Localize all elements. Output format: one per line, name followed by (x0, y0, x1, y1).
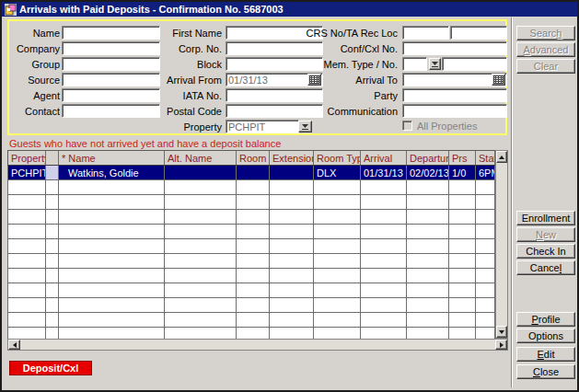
new-button[interactable]: New (516, 227, 575, 242)
arrivals-window: Arrivals with Paid Deposits - Confirmati… (0, 0, 579, 392)
scroll-down-icon (499, 330, 504, 334)
scroll-up-button[interactable] (496, 151, 507, 163)
results-grid: Property * Name Alt. Name Room Extension… (7, 150, 508, 339)
cell-arrival: 01/31/13 (361, 166, 407, 179)
vertical-scrollbar[interactable] (495, 150, 508, 339)
empty-row (7, 195, 495, 210)
mem-type-lov-button[interactable] (429, 58, 441, 70)
all-properties-checkbox[interactable] (402, 121, 412, 131)
col-header-room-type: Room Type (314, 151, 361, 165)
postal-code-label: Postal Code (136, 106, 222, 117)
arrival-from-label: Arrival From (136, 75, 222, 86)
options-button[interactable]: Options (516, 329, 575, 343)
property-label: Property (136, 121, 222, 133)
scroll-left-icon (13, 342, 17, 348)
ta-rec-loc-input[interactable] (450, 26, 507, 40)
edit-button[interactable]: Edit (516, 347, 575, 362)
clear-button[interactable]: Clear (516, 59, 575, 74)
cell-departure: 02/02/13 (407, 166, 449, 179)
empty-row (7, 180, 495, 195)
scroll-right-icon (500, 342, 504, 348)
cancel-button[interactable]: Cancel (516, 260, 575, 275)
empty-row (7, 328, 495, 339)
conf-cxl-no-input[interactable] (402, 41, 507, 55)
communication-input[interactable] (402, 104, 507, 118)
cell-alt-name (165, 166, 237, 179)
empty-row (7, 239, 495, 254)
crs-no-input[interactable] (402, 26, 449, 40)
contact-label: Contact (7, 106, 60, 117)
group-label: Group (7, 59, 60, 70)
table-row-selected[interactable]: PCHPIT Watkins, Goldie DLX 01/31/13 02/0… (7, 166, 495, 180)
block-label: Block (136, 59, 222, 70)
title-bar: Arrivals with Paid Deposits - Confirmati… (2, 2, 577, 17)
mem-type-input[interactable] (402, 57, 427, 71)
corp-no-label: Corp. No. (136, 43, 222, 54)
col-header-prs: Prs (449, 151, 476, 165)
empty-row (7, 210, 495, 225)
empty-row (7, 298, 495, 313)
results-caption: Guests who have not arrived yet and have… (9, 138, 281, 149)
col-header-property: Property (8, 151, 46, 165)
app-icon (5, 4, 17, 16)
col-header-alt-name: Alt. Name (165, 151, 237, 165)
search-button[interactable]: Search (516, 26, 575, 40)
cell-room (237, 166, 270, 179)
empty-row (7, 313, 495, 328)
calendar-icon (493, 75, 504, 84)
party-label: Party (304, 90, 398, 101)
col-header-room: Room (237, 151, 270, 165)
empty-row (7, 269, 495, 283)
company-label: Company (7, 43, 60, 54)
agent-label: Agent (7, 90, 60, 101)
arrival-to-calendar-button[interactable] (492, 74, 505, 86)
cell-room-type: DLX (314, 166, 361, 179)
lov-arrow-icon (431, 61, 439, 68)
col-header-status: Status (476, 151, 495, 165)
property-dropdown-button[interactable] (298, 121, 312, 133)
source-label: Source (7, 75, 60, 86)
col-header-arrival: Arrival (361, 151, 407, 165)
col-header-name: * Name (59, 151, 165, 165)
advanced-button[interactable]: Advanced (516, 42, 575, 57)
conf-cxl-no-label: Conf/Cxl No. (304, 43, 398, 54)
crs-no-label: CRS No/TA Rec Loc (304, 28, 398, 39)
grid-body: PCHPIT Watkins, Goldie DLX 01/31/13 02/0… (7, 166, 495, 339)
cell-status: 6PM (476, 166, 495, 179)
arrival-to-label: Arrival To (304, 75, 398, 86)
scroll-right-button[interactable] (495, 340, 507, 350)
first-name-label: First Name (136, 28, 222, 39)
window-title: Arrivals with Paid Deposits - Confirmati… (19, 4, 284, 15)
party-input[interactable] (402, 88, 507, 102)
empty-row (7, 283, 495, 298)
cell-extension (270, 166, 314, 179)
name-label: Name (7, 28, 60, 39)
enrollment-button[interactable]: Enrollment (516, 211, 575, 225)
scroll-left-button[interactable] (8, 340, 20, 350)
empty-row (7, 254, 495, 269)
check-in-button[interactable]: Check In (516, 244, 575, 259)
property-select[interactable] (226, 120, 299, 133)
iata-no-label: IATA No. (136, 90, 222, 101)
scroll-down-button[interactable] (496, 326, 507, 338)
col-header-extension: Extension (270, 151, 314, 165)
close-button[interactable]: Close (516, 364, 575, 379)
cell-name: Watkins, Goldie (59, 166, 165, 179)
col-header-departure: Departure (407, 151, 449, 165)
grid-header-row: Property * Name Alt. Name Room Extension… (7, 150, 495, 166)
cell-prs: 1/0 (449, 166, 476, 179)
mem-type-no-label: Mem. Type / No. (304, 59, 398, 70)
panel-divider (511, 17, 513, 387)
mem-no-input[interactable] (442, 57, 507, 71)
profile-button[interactable]: Profile (516, 312, 575, 327)
col-header-flag (46, 151, 59, 165)
horizontal-scrollbar[interactable] (7, 339, 508, 351)
cell-flag (46, 166, 59, 179)
empty-row (7, 225, 495, 239)
all-properties-label: All Properties (417, 121, 477, 132)
cell-property: PCHPIT (8, 166, 46, 179)
communication-label: Communication (304, 106, 398, 117)
scroll-up-icon (499, 156, 504, 159)
deposit-cxl-lamp[interactable]: Deposit/Cxl (9, 361, 92, 375)
dropdown-arrow-icon (301, 123, 309, 131)
